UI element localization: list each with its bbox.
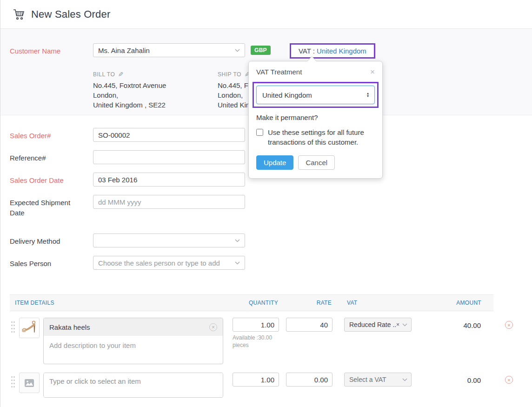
sales-order-date-input[interactable] (93, 173, 245, 187)
sales-person-select[interactable]: Choose the sales person or type to add (93, 256, 245, 270)
cancel-button[interactable]: Cancel (298, 155, 335, 170)
bill-to-label: BILL TO (93, 71, 115, 78)
amount-value: 40.00 (412, 318, 493, 329)
customer-name-value: Ms. Aina Zahalin (98, 47, 235, 54)
sales-order-date-label: Sales Order Date (10, 173, 93, 186)
item-name: Rakata heels (49, 323, 209, 331)
quantity-header: QUANTITY (232, 300, 278, 306)
chevron-down-icon (235, 49, 240, 52)
heel-shoe-image (20, 319, 38, 337)
reference-number-input[interactable] (93, 150, 245, 164)
item-details-header: ITEM DETAILS (10, 300, 222, 306)
delete-row-icon[interactable] (505, 321, 513, 329)
remove-item-icon[interactable] (209, 323, 217, 331)
expected-shipment-date-label: Expected Shipment Date (10, 195, 93, 218)
vat-select[interactable]: Select a VAT (344, 373, 412, 387)
vat-selected-value: Reduced Rate .. (349, 321, 396, 328)
drag-handle-icon[interactable] (11, 375, 15, 387)
item-row: Rakata heels Add description to your ite… (10, 318, 532, 364)
vat-treatment-button[interactable]: VAT : United Kingdom (290, 43, 375, 59)
vat-select[interactable]: Reduced Rate .. (344, 318, 412, 332)
items-table: ITEM DETAILS QUANTITY RATE VAT AMOUNT Ra… (0, 294, 532, 407)
bill-to-line: London, (93, 90, 218, 100)
chevron-down-icon (235, 239, 240, 242)
bill-to-line: No.445, Foxtrot Avenue (93, 80, 218, 90)
shopping-cart-icon (13, 9, 25, 20)
vat-treatment-select[interactable]: United Kingdom (256, 86, 375, 104)
item-search-input[interactable] (44, 373, 223, 397)
selected-item-field[interactable]: Rakata heels (44, 318, 223, 336)
delete-row-icon[interactable] (505, 376, 513, 384)
rate-header: RATE (285, 300, 332, 306)
sales-person-label: Sales Person (10, 256, 93, 269)
vat-placeholder: Select a VAT (349, 376, 402, 383)
bill-to-line: United Kingdom , SE22 (93, 100, 218, 110)
sales-order-number-label: Sales Order# (10, 128, 93, 141)
item-row: Select a VAT 0.00 (10, 373, 532, 398)
page-header: New Sales Order (0, 0, 532, 29)
drag-handle-icon[interactable] (11, 320, 15, 333)
update-button[interactable]: Update (256, 155, 293, 170)
delivery-method-label: Delivery Method (10, 234, 93, 247)
rate-input[interactable] (286, 373, 332, 387)
customer-name-select[interactable]: Ms. Aina Zahalin (93, 43, 245, 57)
delivery-method-select[interactable] (93, 234, 245, 247)
item-details-cell (43, 373, 223, 398)
reference-number-label: Reference# (10, 150, 93, 163)
expected-shipment-date-input[interactable] (93, 195, 245, 209)
sales-order-number-input[interactable] (93, 128, 245, 142)
chevron-down-icon (402, 323, 407, 327)
vat-header: VAT (343, 300, 411, 306)
bill-to-block: BILL TO No.445, Foxtrot Avenue London, U… (93, 71, 218, 110)
vat-treatment-selected: United Kingdom (262, 91, 367, 99)
customer-name-label: Customer Name (10, 43, 93, 56)
popover-title: VAT Treatment (256, 68, 370, 76)
quantity-input[interactable] (233, 373, 279, 387)
item-description-field[interactable]: Add description to your item (44, 336, 223, 355)
quantity-input[interactable] (233, 318, 279, 332)
permanent-heading: Make it permanent? (256, 113, 375, 121)
currency-badge: GBP (251, 46, 271, 55)
available-stock-unit: pieces (233, 341, 279, 349)
amount-value: 0.00 (412, 373, 493, 384)
items-table-header: ITEM DETAILS QUANTITY RATE VAT AMOUNT (10, 294, 493, 311)
available-stock-text: Available :30.00 (233, 334, 279, 341)
permanent-checkbox[interactable] (256, 129, 263, 136)
vat-prefix-label: VAT : (299, 47, 315, 55)
clear-vat-icon[interactable] (396, 321, 399, 328)
rate-input[interactable] (286, 318, 332, 332)
amount-header: AMOUNT (411, 300, 493, 306)
sales-person-placeholder: Choose the sales person or type to add (98, 259, 235, 267)
permanent-checkbox-label: Use these settings for all future transa… (268, 127, 374, 147)
chevron-down-icon (402, 378, 407, 381)
item-details-cell: Rakata heels Add description to your ite… (43, 318, 223, 364)
vat-select-annotation: United Kingdom (253, 82, 379, 108)
vat-value-label: United Kingdom (317, 47, 366, 55)
edit-billing-address-icon[interactable] (118, 71, 123, 78)
page-title: New Sales Order (31, 8, 111, 20)
chevron-down-icon (235, 261, 240, 265)
image-placeholder-icon (24, 379, 34, 387)
item-thumbnail (19, 318, 40, 338)
select-spinner-icon (367, 92, 369, 98)
ship-to-label: SHIP TO (218, 71, 241, 78)
close-icon[interactable] (370, 68, 375, 76)
item-thumbnail-placeholder (19, 373, 40, 393)
vat-treatment-popover: VAT Treatment United Kingdom Make it per… (248, 61, 383, 179)
